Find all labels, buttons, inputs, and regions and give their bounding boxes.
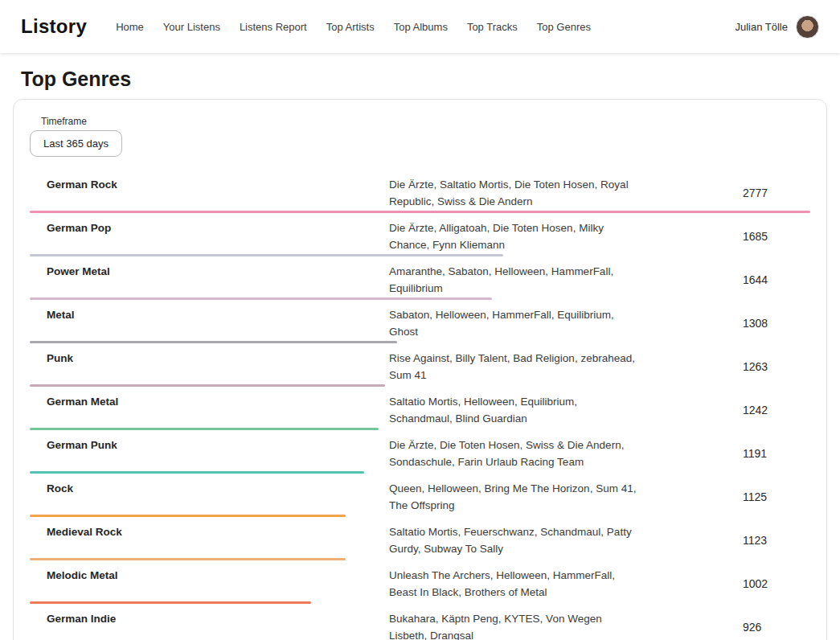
- genre-artists: Saltatio Mortis, Helloween, Equilibrium,…: [389, 393, 638, 427]
- genre-row: German Metal Saltatio Mortis, Helloween,…: [30, 387, 810, 430]
- nav-item-top-genres[interactable]: Top Genres: [537, 21, 591, 33]
- genre-name: Melodic Metal: [47, 567, 389, 584]
- timeframe-select[interactable]: Last 365 days: [30, 130, 122, 157]
- genre-name: German Pop: [47, 219, 389, 236]
- genre-name: Punk: [47, 350, 389, 367]
- app-logo[interactable]: Listory: [21, 15, 87, 38]
- nav-item-home[interactable]: Home: [116, 21, 144, 33]
- genre-row: German Rock Die Ärzte, Saltatio Mortis, …: [30, 170, 810, 213]
- genre-row: Punk Rise Against, Billy Talent, Bad Rel…: [30, 343, 810, 387]
- nav-links: Home Your Listens Listens Report Top Art…: [116, 21, 735, 33]
- genre-count: 1685: [743, 228, 810, 245]
- genre-artists: Saltatio Mortis, Feuerschwanz, Schandmau…: [389, 523, 638, 557]
- genre-name: German Rock: [47, 176, 389, 193]
- genre-count: 926: [743, 619, 810, 636]
- genre-name: German Indie: [47, 610, 389, 627]
- genre-name: Metal: [47, 306, 389, 323]
- genre-row: German Indie Bukahara, Käptn Peng, KYTES…: [30, 604, 810, 640]
- user-avatar[interactable]: [796, 15, 819, 39]
- nav-item-listens-report[interactable]: Listens Report: [240, 21, 307, 33]
- genre-name: German Punk: [47, 437, 389, 453]
- genre-artists: Queen, Helloween, Bring Me The Horizon, …: [389, 480, 638, 514]
- genre-artists: Rise Against, Billy Talent, Bad Religion…: [389, 350, 638, 384]
- genre-artists: Unleash The Archers, Helloween, HammerFa…: [389, 567, 638, 601]
- genre-row: Power Metal Amaranthe, Sabaton, Hellowee…: [30, 256, 810, 300]
- genre-count: 1125: [743, 489, 810, 506]
- genre-row: Melodic Metal Unleash The Archers, Hello…: [30, 560, 810, 604]
- genre-count: 2777: [743, 185, 810, 202]
- genre-row: German Pop Die Ärzte, Alligatoah, Die To…: [30, 213, 810, 256]
- genre-row: German Punk Die Ärzte, Die Toten Hosen, …: [30, 430, 810, 474]
- top-navbar: Listory Home Your Listens Listens Report…: [0, 0, 840, 53]
- genre-name: Power Metal: [47, 263, 389, 280]
- genre-count: 1002: [743, 576, 810, 593]
- genre-row: Medieval Rock Saltatio Mortis, Feuerschw…: [30, 517, 810, 560]
- genre-count: 1242: [743, 402, 810, 419]
- genre-row: Metal Sabaton, Helloween, HammerFall, Eq…: [30, 300, 810, 343]
- genre-count: 1263: [743, 359, 810, 375]
- genre-count: 1644: [743, 272, 810, 289]
- page-content: Top Genres Timeframe Last 365 days Germa…: [0, 68, 840, 640]
- nav-item-top-albums[interactable]: Top Albums: [394, 21, 448, 33]
- genre-row: Rock Queen, Helloween, Bring Me The Hori…: [30, 474, 810, 517]
- user-name: Julian Tölle: [735, 21, 788, 33]
- genre-name: Rock: [47, 480, 389, 497]
- genres-table: German Rock Die Ärzte, Saltatio Mortis, …: [30, 170, 810, 640]
- genre-artists: Sabaton, Helloween, HammerFall, Equilibr…: [389, 306, 638, 340]
- genre-count: 1191: [743, 445, 810, 462]
- genre-count: 1308: [743, 315, 810, 332]
- timeframe-label: Timeframe: [41, 116, 810, 127]
- genre-artists: Die Ärzte, Die Toten Hosen, Swiss & Die …: [389, 437, 638, 470]
- genre-artists: Die Ärzte, Saltatio Mortis, Die Toten Ho…: [389, 176, 638, 210]
- genre-artists: Bukahara, Käptn Peng, KYTES, Von Wegen L…: [389, 610, 638, 640]
- genre-artists: Die Ärzte, Alligatoah, Die Toten Hosen, …: [389, 219, 638, 253]
- page-title: Top Genres: [21, 68, 827, 91]
- genre-name: Medieval Rock: [47, 523, 389, 540]
- user-menu[interactable]: Julian Tölle: [735, 15, 819, 39]
- nav-item-your-listens[interactable]: Your Listens: [163, 21, 220, 33]
- genre-count: 1123: [743, 532, 810, 549]
- genre-name: German Metal: [47, 393, 389, 410]
- nav-item-top-tracks[interactable]: Top Tracks: [467, 21, 518, 33]
- nav-item-top-artists[interactable]: Top Artists: [326, 21, 375, 33]
- top-genres-card: Timeframe Last 365 days German Rock Die …: [13, 99, 827, 640]
- genre-artists: Amaranthe, Sabaton, Helloween, HammerFal…: [389, 263, 638, 297]
